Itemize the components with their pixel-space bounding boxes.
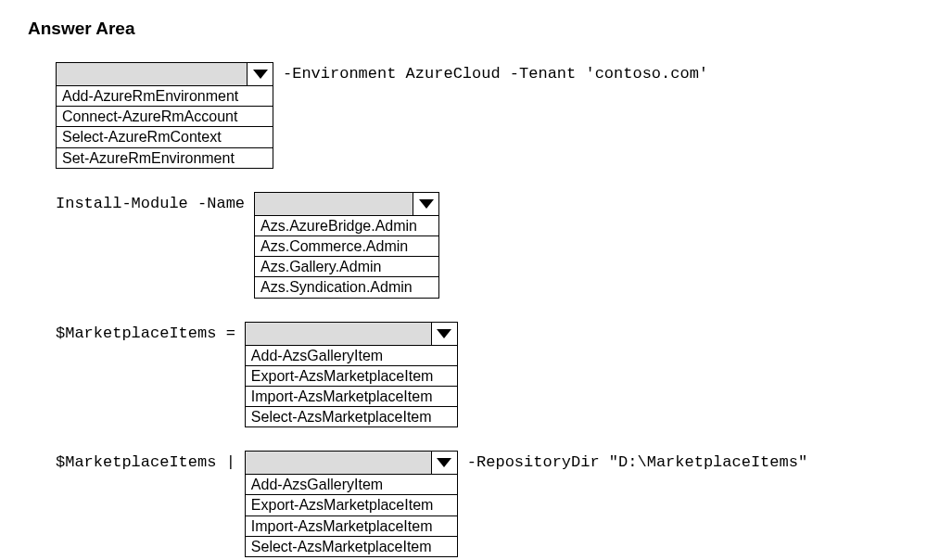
chevron-down-icon — [437, 458, 451, 467]
dropdown-4-options: Add-AzsGalleryItem Export-AzsMarketplace… — [246, 475, 457, 556]
row-3-prefix: $MarketplaceItems = — [56, 322, 235, 342]
row-1-suffix: -Environment AzureCloud -Tenant 'contoso… — [283, 62, 708, 83]
dropdown-2-head[interactable] — [255, 193, 438, 216]
dropdown-3-arrow[interactable] — [431, 323, 457, 345]
chevron-down-icon — [437, 329, 451, 338]
dropdown-1-arrow[interactable] — [247, 63, 273, 85]
dropdown-1-selected — [57, 63, 247, 85]
dropdown-3-options: Add-AzsGalleryItem Export-AzsMarketplace… — [246, 346, 457, 427]
dropdown-4-arrow[interactable] — [431, 452, 457, 474]
row-2-prefix: Install-Module -Name — [56, 192, 245, 212]
dropdown-2-option[interactable]: Azs.Commerce.Admin — [255, 235, 438, 256]
row-4-suffix: -RepositoryDir "D:\MarketplaceItems" — [467, 451, 807, 471]
row-4: $MarketplaceItems | Add-AzsGalleryItem E… — [56, 451, 899, 557]
dropdown-2-arrow[interactable] — [413, 193, 438, 215]
dropdown-2-option[interactable]: Azs.AzureBridge.Admin — [255, 216, 438, 235]
dropdown-2-options: Azs.AzureBridge.Admin Azs.Commerce.Admin… — [255, 216, 438, 298]
dropdown-1-option[interactable]: Connect-AzureRmAccount — [57, 106, 273, 126]
dropdown-4[interactable]: Add-AzsGalleryItem Export-AzsMarketplace… — [245, 451, 458, 557]
row-1: Add-AzureRmEnvironment Connect-AzureRmAc… — [56, 62, 899, 169]
dropdown-4-option[interactable]: Select-AzsMarketplaceItem — [246, 536, 457, 556]
dropdown-4-option[interactable]: Export-AzsMarketplaceItem — [246, 494, 457, 515]
dropdown-2-option[interactable]: Azs.Syndication.Admin — [255, 276, 438, 297]
dropdown-4-option[interactable]: Add-AzsGalleryItem — [246, 475, 457, 494]
dropdown-2-option[interactable]: Azs.Gallery.Admin — [255, 256, 438, 276]
row-2: Install-Module -Name Azs.AzureBridge.Adm… — [56, 192, 899, 299]
dropdown-4-selected — [246, 452, 431, 474]
dropdown-3[interactable]: Add-AzsGalleryItem Export-AzsMarketplace… — [245, 322, 458, 428]
dropdown-4-head[interactable] — [246, 452, 457, 475]
row-4-prefix: $MarketplaceItems | — [56, 451, 235, 471]
page-title: Answer Area — [28, 19, 899, 39]
dropdown-1-options: Add-AzureRmEnvironment Connect-AzureRmAc… — [57, 86, 273, 168]
dropdown-1-option[interactable]: Add-AzureRmEnvironment — [57, 86, 273, 106]
dropdown-3-head[interactable] — [246, 323, 457, 346]
chevron-down-icon — [419, 199, 434, 209]
chevron-down-icon — [253, 70, 268, 79]
dropdown-2-selected — [255, 193, 413, 215]
dropdown-3-selected — [246, 323, 431, 345]
dropdown-3-option[interactable]: Select-AzsMarketplaceItem — [246, 406, 457, 426]
dropdown-2[interactable]: Azs.AzureBridge.Admin Azs.Commerce.Admin… — [254, 192, 439, 299]
dropdown-3-option[interactable]: Import-AzsMarketplaceItem — [246, 386, 457, 406]
dropdown-1[interactable]: Add-AzureRmEnvironment Connect-AzureRmAc… — [56, 62, 273, 169]
dropdown-1-option[interactable]: Select-AzureRmContext — [57, 126, 273, 146]
dropdown-3-option[interactable]: Add-AzsGalleryItem — [246, 346, 457, 365]
dropdown-4-option[interactable]: Import-AzsMarketplaceItem — [246, 515, 457, 536]
dropdown-1-head[interactable] — [57, 63, 273, 86]
row-3: $MarketplaceItems = Add-AzsGalleryItem E… — [56, 322, 899, 428]
dropdown-1-option[interactable]: Set-AzureRmEnvironment — [57, 147, 273, 168]
dropdown-3-option[interactable]: Export-AzsMarketplaceItem — [246, 365, 457, 386]
